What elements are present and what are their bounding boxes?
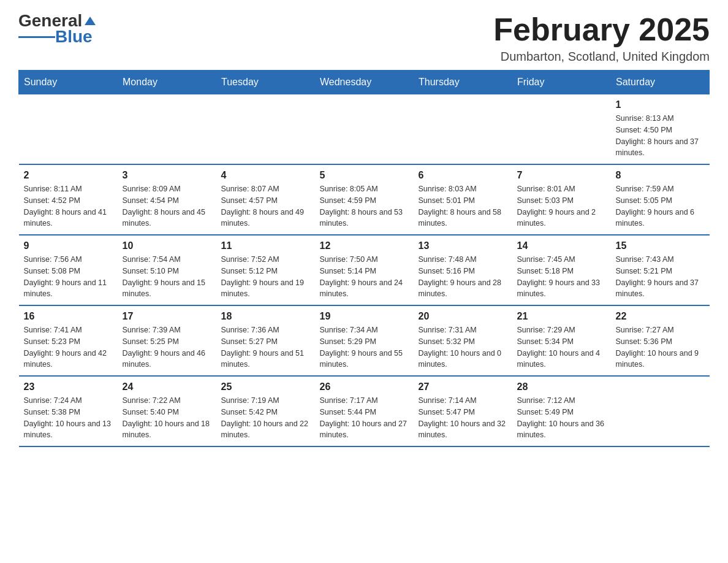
day-info: Sunrise: 7:31 AMSunset: 5:32 PMDaylight:… <box>419 324 507 370</box>
calendar-table: SundayMondayTuesdayWednesdayThursdayFrid… <box>18 70 710 447</box>
day-info: Sunrise: 8:11 AMSunset: 4:52 PMDaylight:… <box>24 183 113 229</box>
day-of-week-saturday: Saturday <box>611 71 710 94</box>
day-cell: 24Sunrise: 7:22 AMSunset: 5:40 PMDayligh… <box>118 376 216 446</box>
day-info: Sunrise: 7:50 AMSunset: 5:14 PMDaylight:… <box>320 254 409 300</box>
day-info: Sunrise: 7:56 AMSunset: 5:08 PMDaylight:… <box>24 254 113 300</box>
week-row-1: 1Sunrise: 8:13 AMSunset: 4:50 PMDaylight… <box>19 94 710 165</box>
day-info: Sunrise: 7:52 AMSunset: 5:12 PMDaylight:… <box>221 254 310 300</box>
day-info: Sunrise: 7:45 AMSunset: 5:18 PMDaylight:… <box>517 254 606 300</box>
day-of-week-monday: Monday <box>118 71 216 94</box>
day-info: Sunrise: 7:54 AMSunset: 5:10 PMDaylight:… <box>123 254 211 300</box>
day-number: 8 <box>616 170 705 181</box>
day-number: 10 <box>123 240 211 251</box>
day-cell <box>19 94 118 165</box>
day-cell: 5Sunrise: 8:05 AMSunset: 4:59 PMDaylight… <box>315 164 414 235</box>
svg-marker-0 <box>85 17 96 25</box>
day-number: 25 <box>221 381 310 393</box>
logo-blue: Blue <box>55 28 93 45</box>
day-cell: 28Sunrise: 7:12 AMSunset: 5:49 PMDayligh… <box>512 376 611 446</box>
day-cell <box>414 94 512 165</box>
day-number: 19 <box>320 311 409 322</box>
day-info: Sunrise: 7:36 AMSunset: 5:27 PMDaylight:… <box>221 324 310 370</box>
day-number: 6 <box>419 170 507 181</box>
week-row-3: 9Sunrise: 7:56 AMSunset: 5:08 PMDaylight… <box>19 235 710 305</box>
day-number: 21 <box>517 311 606 322</box>
week-row-2: 2Sunrise: 8:11 AMSunset: 4:52 PMDaylight… <box>19 164 710 235</box>
day-of-week-thursday: Thursday <box>414 71 512 94</box>
day-of-week-wednesday: Wednesday <box>315 71 414 94</box>
calendar-body: 1Sunrise: 8:13 AMSunset: 4:50 PMDaylight… <box>19 94 710 447</box>
title-area: February 2025 Dumbarton, Scotland, Unite… <box>493 12 710 64</box>
day-cell: 21Sunrise: 7:29 AMSunset: 5:34 PMDayligh… <box>512 305 611 376</box>
day-cell: 19Sunrise: 7:34 AMSunset: 5:29 PMDayligh… <box>315 305 414 376</box>
day-cell: 8Sunrise: 7:59 AMSunset: 5:05 PMDaylight… <box>611 164 710 235</box>
day-number: 23 <box>24 381 113 393</box>
day-cell <box>611 376 710 446</box>
day-of-week-friday: Friday <box>512 71 611 94</box>
day-cell: 7Sunrise: 8:01 AMSunset: 5:03 PMDaylight… <box>512 164 611 235</box>
logo-triangle-icon <box>83 14 97 28</box>
day-cell <box>315 94 414 165</box>
day-number: 27 <box>419 381 507 393</box>
day-cell: 2Sunrise: 8:11 AMSunset: 4:52 PMDaylight… <box>19 164 118 235</box>
day-number: 15 <box>616 240 705 251</box>
month-title: February 2025 <box>493 12 710 47</box>
day-cell: 14Sunrise: 7:45 AMSunset: 5:18 PMDayligh… <box>512 235 611 305</box>
day-info: Sunrise: 7:27 AMSunset: 5:36 PMDaylight:… <box>616 324 705 370</box>
day-cell <box>216 94 315 165</box>
day-number: 17 <box>123 311 211 322</box>
day-info: Sunrise: 8:05 AMSunset: 4:59 PMDaylight:… <box>320 183 409 229</box>
day-cell: 13Sunrise: 7:48 AMSunset: 5:16 PMDayligh… <box>414 235 512 305</box>
day-cell: 10Sunrise: 7:54 AMSunset: 5:10 PMDayligh… <box>118 235 216 305</box>
day-number: 3 <box>123 170 211 181</box>
day-cell: 17Sunrise: 7:39 AMSunset: 5:25 PMDayligh… <box>118 305 216 376</box>
day-number: 4 <box>221 170 310 181</box>
day-info: Sunrise: 7:19 AMSunset: 5:42 PMDaylight:… <box>221 395 310 441</box>
day-cell: 23Sunrise: 7:24 AMSunset: 5:38 PMDayligh… <box>19 376 118 446</box>
location: Dumbarton, Scotland, United Kingdom <box>493 50 710 64</box>
day-cell: 15Sunrise: 7:43 AMSunset: 5:21 PMDayligh… <box>611 235 710 305</box>
logo: General Blue <box>18 12 97 45</box>
calendar-header: SundayMondayTuesdayWednesdayThursdayFrid… <box>19 71 710 94</box>
day-cell <box>512 94 611 165</box>
day-info: Sunrise: 7:41 AMSunset: 5:23 PMDaylight:… <box>24 324 113 370</box>
day-number: 22 <box>616 311 705 322</box>
day-info: Sunrise: 7:17 AMSunset: 5:44 PMDaylight:… <box>320 395 409 441</box>
day-info: Sunrise: 7:39 AMSunset: 5:25 PMDaylight:… <box>123 324 211 370</box>
day-info: Sunrise: 8:07 AMSunset: 4:57 PMDaylight:… <box>221 183 310 229</box>
day-number: 5 <box>320 170 409 181</box>
day-cell: 16Sunrise: 7:41 AMSunset: 5:23 PMDayligh… <box>19 305 118 376</box>
day-cell: 9Sunrise: 7:56 AMSunset: 5:08 PMDaylight… <box>19 235 118 305</box>
day-number: 28 <box>517 381 606 393</box>
day-number: 7 <box>517 170 606 181</box>
day-info: Sunrise: 8:09 AMSunset: 4:54 PMDaylight:… <box>123 183 211 229</box>
day-number: 2 <box>24 170 113 181</box>
day-cell: 18Sunrise: 7:36 AMSunset: 5:27 PMDayligh… <box>216 305 315 376</box>
day-info: Sunrise: 7:43 AMSunset: 5:21 PMDaylight:… <box>616 254 705 300</box>
day-number: 18 <box>221 311 310 322</box>
week-row-4: 16Sunrise: 7:41 AMSunset: 5:23 PMDayligh… <box>19 305 710 376</box>
day-cell: 3Sunrise: 8:09 AMSunset: 4:54 PMDaylight… <box>118 164 216 235</box>
day-cell: 27Sunrise: 7:14 AMSunset: 5:47 PMDayligh… <box>414 376 512 446</box>
day-info: Sunrise: 7:59 AMSunset: 5:05 PMDaylight:… <box>616 183 705 229</box>
day-info: Sunrise: 7:22 AMSunset: 5:40 PMDaylight:… <box>123 395 211 441</box>
day-cell: 1Sunrise: 8:13 AMSunset: 4:50 PMDaylight… <box>611 94 710 165</box>
day-number: 1 <box>616 99 705 110</box>
day-info: Sunrise: 8:01 AMSunset: 5:03 PMDaylight:… <box>517 183 606 229</box>
day-info: Sunrise: 7:24 AMSunset: 5:38 PMDaylight:… <box>24 395 113 441</box>
day-cell: 22Sunrise: 7:27 AMSunset: 5:36 PMDayligh… <box>611 305 710 376</box>
day-cell: 26Sunrise: 7:17 AMSunset: 5:44 PMDayligh… <box>315 376 414 446</box>
day-info: Sunrise: 7:12 AMSunset: 5:49 PMDaylight:… <box>517 395 606 441</box>
day-number: 11 <box>221 240 310 251</box>
day-number: 14 <box>517 240 606 251</box>
day-number: 24 <box>123 381 211 393</box>
week-row-5: 23Sunrise: 7:24 AMSunset: 5:38 PMDayligh… <box>19 376 710 446</box>
day-number: 26 <box>320 381 409 393</box>
day-cell: 12Sunrise: 7:50 AMSunset: 5:14 PMDayligh… <box>315 235 414 305</box>
day-info: Sunrise: 8:13 AMSunset: 4:50 PMDaylight:… <box>616 113 705 159</box>
day-info: Sunrise: 7:34 AMSunset: 5:29 PMDaylight:… <box>320 324 409 370</box>
day-number: 16 <box>24 311 113 322</box>
day-cell: 4Sunrise: 8:07 AMSunset: 4:57 PMDaylight… <box>216 164 315 235</box>
day-info: Sunrise: 7:29 AMSunset: 5:34 PMDaylight:… <box>517 324 606 370</box>
day-of-week-sunday: Sunday <box>19 71 118 94</box>
